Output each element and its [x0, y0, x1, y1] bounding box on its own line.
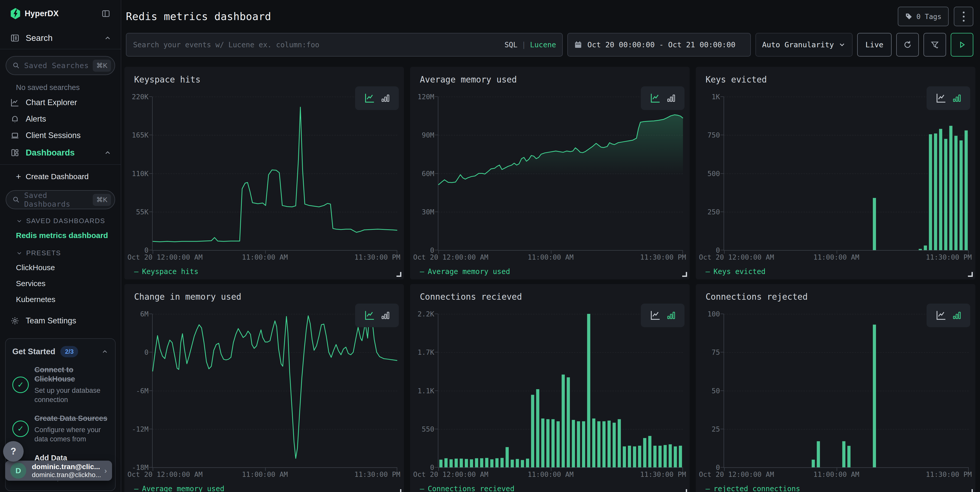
- bar-chart-icon[interactable]: [380, 310, 390, 320]
- kebab-menu-button[interactable]: [954, 7, 973, 26]
- run-query-button[interactable]: [951, 33, 973, 57]
- y-axis-label: -12M: [132, 425, 148, 433]
- chevron-up-icon[interactable]: [104, 149, 111, 156]
- bar-chart-icon[interactable]: [380, 93, 390, 103]
- y-axis-label: 250: [707, 208, 720, 216]
- search-icon: [12, 62, 20, 69]
- line-chart-icon[interactable]: [649, 92, 661, 104]
- chart-title: Connections rejected: [706, 292, 808, 302]
- saved-dashboards-input[interactable]: Saved Dashboards ⌘K: [6, 190, 115, 209]
- bar-chart-icon[interactable]: [952, 310, 962, 320]
- chart-legend[interactable]: —Keyspace hits: [134, 267, 198, 276]
- calendar-icon: [574, 41, 582, 49]
- sql-mode-toggle[interactable]: SQL: [504, 41, 517, 49]
- legend-swatch: —: [134, 484, 138, 492]
- sidebar-item-client-sessions[interactable]: Client Sessions: [0, 127, 121, 144]
- get-started-title: Get Started: [12, 347, 55, 356]
- event-search-input[interactable]: [133, 40, 504, 49]
- line-chart-icon[interactable]: [935, 92, 947, 104]
- y-axis-label: 50: [711, 387, 720, 395]
- page-title: Redis metrics dashboard: [126, 11, 271, 22]
- resize-handle[interactable]: [968, 272, 973, 277]
- laptop-icon: [10, 131, 19, 140]
- y-axis-label: 550: [422, 425, 434, 433]
- chevron-down-icon: [838, 41, 846, 49]
- chart-plot[interactable]: 220K165K110K55K0: [152, 97, 397, 251]
- shortcut-badge: ⌘K: [93, 60, 111, 72]
- sidebar-item-redis-dashboard[interactable]: Redis metrics dashboard: [0, 228, 121, 244]
- line-chart-icon[interactable]: [364, 309, 375, 321]
- create-dashboard-button[interactable]: + Create Dashboard: [0, 166, 121, 183]
- y-axis-label: 110K: [132, 169, 148, 177]
- sidebar-collapse-icon[interactable]: [100, 8, 111, 19]
- tag-icon: [905, 13, 913, 20]
- brand[interactable]: HyperDX: [10, 8, 100, 19]
- sidebar-item-clickhouse[interactable]: ClickHouse: [0, 260, 121, 275]
- sidebar-item-services[interactable]: Services: [0, 275, 121, 291]
- get-started-step-datasources[interactable]: ✓ Create Data Sources Configure where yo…: [12, 414, 108, 444]
- saved-dashboards-header[interactable]: SAVED DASHBOARDS: [0, 211, 121, 228]
- date-range-picker[interactable]: Oct 20 00:00:00 - Oct 21 00:00:00: [567, 33, 751, 57]
- x-axis-labels: Oct 20 12:00:00 AM11:00:00 AM11:30:00 PM: [152, 253, 397, 263]
- user-menu[interactable]: D dominic.tran@clic... dominic.tran@clic…: [5, 461, 112, 481]
- saved-searches-input[interactable]: Saved Searches ⌘K: [6, 56, 115, 75]
- dashboards-icon: [10, 148, 19, 157]
- user-name: dominic.tran@clic...: [32, 462, 104, 471]
- chart-title: Connections recieved: [420, 292, 522, 302]
- resize-handle[interactable]: [682, 272, 687, 277]
- chart-title: Change in memory used: [134, 292, 241, 302]
- chart-legend[interactable]: —Keys evicted: [706, 267, 765, 276]
- lucene-mode-toggle[interactable]: Lucene: [530, 41, 556, 49]
- filter-button[interactable]: [923, 33, 946, 57]
- presets-header[interactable]: PRESETS: [0, 244, 121, 260]
- deploy-banner[interactable]: Ready to deploy on ClickHouse Cloud?: [0, 491, 121, 492]
- resize-handle[interactable]: [968, 489, 973, 492]
- sidebar-item-team-settings[interactable]: Team Settings: [0, 307, 121, 328]
- line-chart-icon[interactable]: [649, 309, 661, 321]
- refresh-button[interactable]: [896, 33, 919, 57]
- granularity-select[interactable]: Auto Granularity: [756, 33, 853, 57]
- resize-handle[interactable]: [396, 272, 401, 277]
- live-button[interactable]: Live: [857, 33, 892, 57]
- sidebar-item-dashboards[interactable]: Dashboards: [0, 144, 121, 162]
- line-chart-icon[interactable]: [364, 92, 375, 104]
- sidebar-item-chart-explorer[interactable]: Chart Explorer: [0, 94, 121, 111]
- chevron-up-icon[interactable]: [104, 34, 111, 42]
- main-content: Redis metrics dashboard 0 Tags SQL | Luc…: [121, 0, 980, 492]
- x-axis-labels: Oct 20 12:00:00 AM11:00:00 AM11:30:00 PM: [724, 470, 969, 480]
- help-button[interactable]: ?: [3, 441, 24, 462]
- resize-handle[interactable]: [396, 489, 401, 492]
- chart-legend[interactable]: —rejected connections: [706, 484, 800, 492]
- bar-chart-icon[interactable]: [666, 310, 676, 320]
- bar-chart-icon[interactable]: [666, 93, 676, 103]
- bar-chart-icon[interactable]: [952, 93, 962, 103]
- chart-plot[interactable]: 6M0-6M-12M-18M: [152, 314, 397, 468]
- chart-legend[interactable]: —Connections recieved: [420, 484, 514, 492]
- filter-funnel-icon: [930, 40, 939, 49]
- divider: [0, 164, 121, 165]
- chart-type-toggle: [927, 304, 970, 327]
- line-chart-icon[interactable]: [935, 309, 947, 321]
- legend-swatch: —: [134, 267, 138, 276]
- resize-handle[interactable]: [682, 489, 687, 492]
- brand-name: HyperDX: [25, 9, 59, 18]
- chart-type-toggle: [641, 304, 684, 327]
- chart-plot[interactable]: 2.2K1.7K1.1K5500: [438, 314, 683, 468]
- sidebar-item-search[interactable]: Search: [0, 27, 121, 49]
- chart-legend[interactable]: —Average memory used: [134, 484, 224, 492]
- chart-plot[interactable]: 1007550250: [724, 314, 969, 468]
- hyperdx-logo-icon: [10, 8, 21, 19]
- sidebar-item-alerts[interactable]: Alerts: [0, 111, 121, 127]
- sidebar-item-kubernetes[interactable]: Kubernetes: [0, 291, 121, 307]
- chart-plot[interactable]: 120M90M60M30M0: [438, 97, 683, 251]
- chevron-up-icon[interactable]: [101, 348, 108, 355]
- check-circle-icon: ✓: [12, 420, 29, 437]
- chart-legend[interactable]: —Average memory used: [420, 267, 510, 276]
- get-started-step-connect[interactable]: ✓ Connect to ClickHouse Set up your data…: [12, 365, 108, 404]
- chevron-right-icon: ›: [104, 466, 107, 475]
- tags-button[interactable]: 0 Tags: [898, 7, 949, 26]
- panel-average-memory-used: Average memory used 120M90M60M30M0 Oct 2…: [410, 67, 690, 279]
- y-axis-label: -18M: [132, 463, 148, 471]
- y-axis-label: 30M: [422, 208, 434, 216]
- chart-plot[interactable]: 1K7505002500: [724, 97, 969, 251]
